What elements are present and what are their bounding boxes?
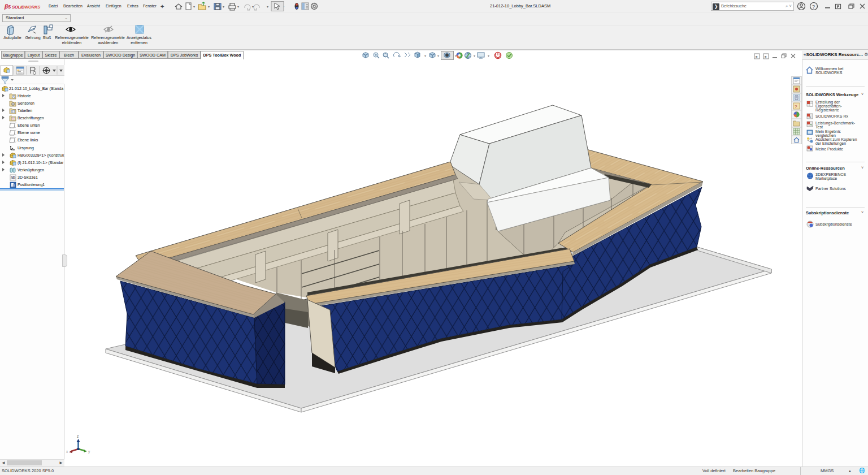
svg-text:x: x xyxy=(66,450,68,454)
svg-text:▾: ▾ xyxy=(437,54,439,58)
svg-text:▾: ▾ xyxy=(223,5,224,8)
svg-text:▾: ▾ xyxy=(208,5,210,8)
svg-text:▾: ▾ xyxy=(455,54,457,58)
svg-text:x: x xyxy=(809,115,811,119)
svg-text:?: ? xyxy=(812,4,815,10)
svg-text:▾: ▾ xyxy=(474,54,475,58)
svg-text:y: y xyxy=(88,450,90,454)
svg-text:▾: ▾ xyxy=(424,54,426,58)
svg-text:▾: ▾ xyxy=(252,5,254,8)
svg-text:▾: ▾ xyxy=(237,5,239,8)
svg-text:?: ? xyxy=(795,104,797,109)
svg-text:■: ■ xyxy=(756,55,758,58)
svg-text:z: z xyxy=(77,434,79,438)
svg-text:▾: ▾ xyxy=(267,5,268,8)
svg-text:▾: ▾ xyxy=(488,54,489,58)
svg-text:3D: 3D xyxy=(11,176,16,180)
svg-text:▾: ▾ xyxy=(193,5,195,8)
svg-text:■: ■ xyxy=(765,55,767,58)
